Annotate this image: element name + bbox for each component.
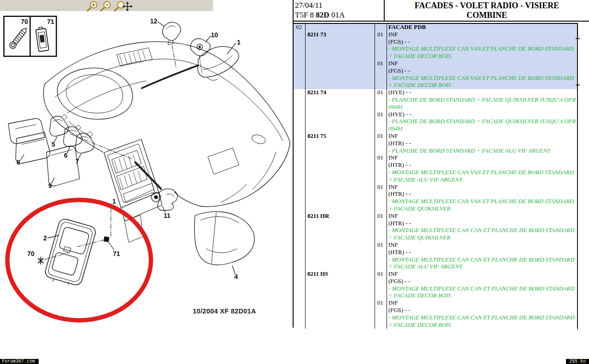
cell-q: 01 — [375, 300, 387, 329]
screw-position-marker — [38, 257, 43, 264]
filesize-badge: 255 ko — [566, 359, 589, 364]
cell-q: 01 — [375, 154, 387, 183]
part-attribute-text: INF — [388, 31, 576, 39]
cell-desc: INF(HTR) - -- MONTAGE MULTIPLEXE CAN VAN… — [387, 184, 577, 213]
callout-11: 11 — [164, 212, 171, 219]
cell-s: 02 — [294, 24, 305, 31]
parts-row[interactable]: 01INF(FGS) - -- MONTAGE MULTIPLEXE CAN C… — [294, 300, 577, 329]
cell-r — [305, 60, 375, 89]
cell-s — [294, 31, 305, 60]
callout-9: 9 — [48, 182, 52, 189]
part-attribute-text: (FGS) - - — [388, 39, 576, 46]
cell-desc: INF(FGS) - -- MONTAGE MULTIPLEXE CAN CAN… — [387, 271, 577, 300]
cell-q: 01 — [375, 111, 387, 133]
cell-desc: INF(FGS) - -- MONTAGE MULTIPLEXE CAN CAN… — [387, 300, 577, 329]
diagram-caption-code: XF 82D01A — [220, 307, 256, 315]
variant-condition-text: - MONTAGE MULTIPLEXE CAN VAN ET PLANCHE … — [388, 169, 576, 184]
part-attribute-text: (HTR) - - — [388, 220, 576, 228]
callout-4: 4 — [234, 273, 238, 280]
cell-r — [305, 111, 375, 133]
inset-label-71: 71 — [47, 18, 54, 25]
callout-2: 2 — [43, 234, 47, 242]
cell-r: 8211 HS — [305, 271, 375, 300]
parts-row[interactable]: 8211 HS01INF(FGS) - -- MONTAGE MULTIPLEX… — [294, 271, 577, 300]
cell-s — [294, 242, 305, 271]
parts-row[interactable]: 8211 7301INF(FGS) - -- MONTAGE MULTIPLEX… — [294, 31, 577, 60]
parts-row[interactable]: 01(HYE) - -- PLANCHE DE BORD STANDARD + … — [294, 111, 577, 133]
cell-s — [294, 184, 305, 213]
parts-row[interactable]: 02FACADE PDB — [294, 24, 577, 31]
header-plate-code: T5F 8 82D 01A — [295, 10, 384, 20]
header-date: 27/04/11 — [295, 0, 384, 10]
cell-s — [294, 111, 305, 133]
page-title-line1: FACADES - VOLET RADIO - VISIERE — [385, 1, 589, 11]
parts-row[interactable]: 8211 7401(HYE) - -- PLANCHE DE BORD STAN… — [294, 89, 577, 111]
cell-r — [305, 184, 375, 213]
cell-q: 01 — [375, 31, 387, 60]
cell-r — [305, 242, 375, 271]
part-attribute-text: (HTR) - - — [388, 162, 576, 169]
cell-r: 8211 74 — [305, 89, 375, 111]
parts-table-body: 02FACADE PDB8211 7301INF(FGS) - -- MONTA… — [294, 23, 578, 329]
panel-left-border — [293, 0, 294, 328]
cell-q — [375, 24, 387, 31]
callout-71: 71 — [113, 250, 120, 257]
watermark-badge: Forum307.com — [0, 359, 39, 364]
header-reference-cell: 27/04/11 T5F 8 82D 01A — [294, 0, 385, 21]
screw-icon — [8, 26, 29, 50]
callout-1-axis: 1 — [112, 198, 116, 205]
scrollbar-track[interactable] — [577, 38, 578, 330]
scrollbar-thumb-bottom[interactable] — [576, 85, 580, 85]
callout-5: 5 — [52, 141, 55, 148]
radio-facade-part — [43, 218, 97, 289]
scrollbar-thumb-top[interactable] — [576, 38, 580, 39]
part-attribute-text: INF — [388, 271, 576, 278]
callout-70: 70 — [27, 250, 35, 257]
variant-condition-text: - PLANCHE DE BORD STANDARD + FACADE QUIK… — [388, 118, 576, 133]
part-attribute-text: (HTR) - - — [388, 249, 576, 256]
part-attribute-text: INF — [388, 133, 576, 140]
cell-s — [294, 89, 305, 111]
cell-q: 01 — [375, 271, 387, 300]
variant-condition-text: - MONTAGE MULTIPLEXE CAN CAN ET PLANCHE … — [388, 285, 576, 300]
variant-condition-text: - MONTAGE MULTIPLEXE CAN VAN ET PLANCHE … — [388, 46, 576, 60]
cell-s — [294, 154, 305, 183]
cell-desc: (HYE) - -- PLANCHE DE BORD STANDARD + FA… — [387, 89, 577, 111]
panel-header: 27/04/11 T5F 8 82D 01A FACADES - VOLET R… — [294, 0, 589, 22]
parts-row[interactable]: 01INF(HTR) - -- MONTAGE MULTIPLEXE CAN C… — [294, 242, 577, 271]
part-attribute-text: (FGS) - - — [388, 68, 576, 75]
part-attribute-text: (FGS) - - — [388, 307, 576, 314]
parts-row[interactable]: 8211 7501INF(HTR) - -- PLANCHE DE BORD S… — [294, 133, 577, 154]
cell-r: 8211 75 — [305, 133, 375, 154]
part-attribute-text: INF — [388, 60, 576, 68]
callout-10: 10 — [211, 31, 218, 39]
variant-condition-text: - MONTAGE MULTIPLEXE CAN CAN ET PLANCHE … — [388, 227, 576, 242]
part-attribute-text: INF — [388, 213, 576, 220]
part-attribute-text: FACADE PDB — [388, 24, 576, 31]
clip-icon — [35, 27, 49, 52]
cell-desc: FACADE PDB — [387, 24, 577, 31]
cell-q: 01 — [375, 133, 387, 154]
parts-row[interactable]: 01INF(FGS) - -- MONTAGE MULTIPLEXE CAN V… — [294, 60, 577, 89]
cell-r — [305, 154, 375, 183]
callout-7: 7 — [75, 158, 79, 165]
parts-row[interactable]: 01INF(HTR) - -- MONTAGE MULTIPLEXE CAN V… — [294, 154, 577, 183]
cell-q: 01 — [375, 184, 387, 213]
cell-q: 01 — [375, 60, 387, 89]
callout-6: 6 — [64, 152, 68, 159]
header-title-cell: FACADES - VOLET RADIO - VISIERE COMBINE — [385, 0, 589, 21]
variant-condition-text: - MONTAGE MULTIPLEXE CAN CAN ET PLANCHE … — [388, 314, 576, 329]
cell-s — [294, 213, 305, 242]
cell-s — [294, 133, 305, 154]
cell-desc: INF(FGS) - -- MONTAGE MULTIPLEXE CAN VAN… — [387, 31, 577, 60]
callout-1: 1 — [237, 39, 241, 46]
cell-desc: INF(HTR) - -- MONTAGE MULTIPLEXE CAN CAN… — [387, 242, 577, 271]
parts-catalog-window: 70 71 — [0, 0, 589, 364]
cell-s — [294, 271, 305, 300]
part-attribute-text: (HTR) - - — [388, 191, 576, 198]
variant-condition-text: - PLANCHE DE BORD STANDARD + FACADE QUIK… — [388, 97, 576, 111]
cell-r — [305, 300, 375, 329]
part-attribute-text: (HYE) - - — [388, 89, 576, 97]
parts-row[interactable]: 8211 HR01INF(HTR) - -- MONTAGE MULTIPLEX… — [294, 213, 577, 242]
parts-row[interactable]: 01INF(HTR) - -- MONTAGE MULTIPLEXE CAN V… — [294, 184, 577, 213]
